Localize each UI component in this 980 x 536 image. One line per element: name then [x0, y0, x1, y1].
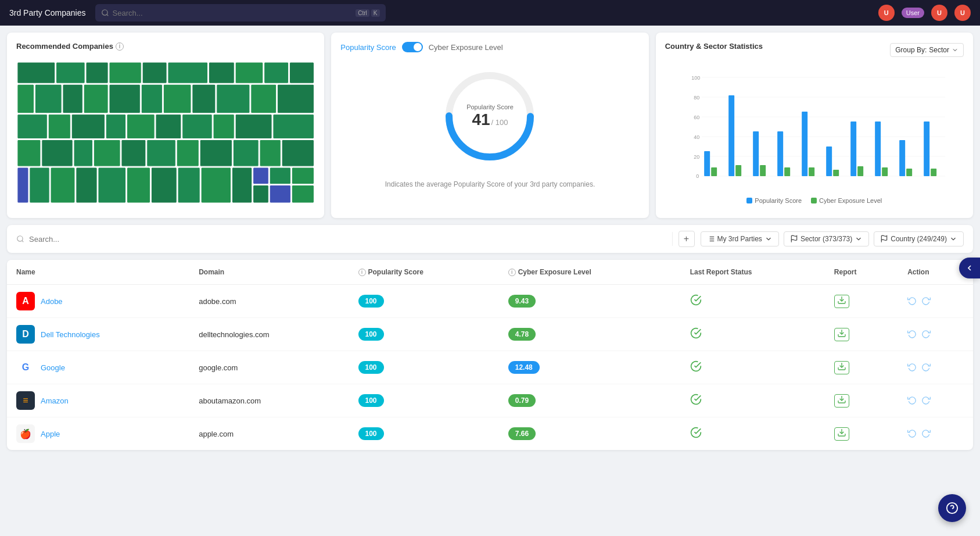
- company-name-3[interactable]: Amazon: [41, 396, 69, 405]
- svg-rect-40: [200, 140, 232, 166]
- my-3rd-parties-label: My 3rd Parties: [717, 235, 762, 243]
- recommended-info-icon[interactable]: i: [116, 42, 124, 51]
- refresh-icon-4[interactable]: [921, 428, 931, 439]
- sector-filter-label: Sector (373/373): [800, 235, 852, 243]
- popularity-score-label: Popularity Score: [340, 43, 396, 52]
- gauge-description: Indicates the average Popularity Score o…: [340, 180, 639, 188]
- svg-rect-38: [147, 140, 176, 166]
- svg-text:Manuf: Manuf: [921, 180, 934, 181]
- svg-rect-37: [121, 140, 146, 166]
- chevron-down-icon-filter1: [764, 235, 773, 243]
- cell-report-0: [825, 285, 898, 318]
- country-filter[interactable]: Country (249/249): [874, 231, 964, 246]
- svg-rect-26: [106, 115, 125, 139]
- expand-panel-button[interactable]: [959, 258, 980, 278]
- refresh-icon-3[interactable]: [921, 395, 931, 406]
- company-name-1[interactable]: Dell Technologies: [41, 330, 100, 339]
- company-name-4[interactable]: Apple: [41, 430, 60, 438]
- svg-rect-14: [63, 84, 82, 113]
- svg-rect-25: [71, 115, 105, 139]
- svg-rect-6: [142, 62, 167, 83]
- svg-rect-74: [704, 151, 710, 176]
- refresh-icon-0[interactable]: [921, 296, 931, 307]
- popularity-badge-0: 100: [358, 295, 384, 308]
- cell-status-1: [681, 318, 825, 351]
- gauge-total: / 100: [491, 118, 508, 127]
- user-avatar-gray[interactable]: U: [878, 5, 895, 21]
- download-icon-3[interactable]: [834, 394, 849, 408]
- sector-filter[interactable]: Sector (373/373): [784, 231, 869, 246]
- svg-text:Compu: Compu: [749, 180, 764, 181]
- svg-rect-20: [217, 84, 250, 113]
- cell-report-1: [825, 318, 898, 351]
- flag-icon-country: [880, 235, 888, 243]
- cell-popularity-4: 100: [349, 417, 499, 451]
- table-search-input[interactable]: [29, 235, 666, 244]
- cell-cyber-1: 4.78: [499, 318, 681, 351]
- cell-report-2: [825, 351, 898, 384]
- svg-rect-89: [826, 146, 832, 176]
- download-icon-2[interactable]: [834, 361, 849, 374]
- svg-rect-57: [253, 185, 269, 203]
- svg-rect-35: [74, 140, 92, 166]
- svg-point-0: [102, 10, 107, 15]
- history-icon-0[interactable]: [907, 296, 917, 307]
- status-check-icon-1: [690, 330, 702, 341]
- cell-popularity-2: 100: [349, 351, 499, 384]
- svg-line-1: [106, 15, 108, 16]
- history-icon-4[interactable]: [907, 428, 917, 439]
- company-name-2[interactable]: Google: [41, 363, 65, 372]
- history-icon-2[interactable]: [907, 362, 917, 373]
- svg-rect-28: [156, 115, 181, 139]
- svg-text:Custo: Custo: [799, 180, 811, 181]
- refresh-icon-2[interactable]: [921, 362, 931, 373]
- svg-text:Comme: Comme: [724, 180, 741, 181]
- svg-rect-95: [875, 122, 881, 176]
- svg-rect-22: [278, 84, 314, 113]
- bar-chart-legend: Popularity Score Cyber Exposure Level: [665, 197, 964, 204]
- add-button[interactable]: +: [679, 231, 695, 247]
- svg-rect-50: [151, 167, 177, 203]
- popularity-toggle[interactable]: [402, 42, 423, 52]
- cyber-badge-4: 7.66: [508, 427, 536, 440]
- history-icon-1[interactable]: [907, 329, 917, 340]
- company-logo-amazon: ≡: [16, 391, 35, 410]
- group-by-value: Sector: [929, 46, 949, 54]
- main-content: Recommended Companies i: [0, 26, 980, 457]
- user-avatar-red[interactable]: U: [931, 5, 947, 21]
- svg-text:0: 0: [696, 173, 699, 179]
- svg-rect-17: [141, 84, 162, 113]
- svg-rect-15: [84, 84, 108, 113]
- svg-rect-11: [290, 62, 314, 83]
- svg-line-105: [22, 241, 24, 242]
- refresh-icon-1[interactable]: [921, 329, 931, 340]
- cyber-info-icon[interactable]: i: [508, 269, 516, 276]
- companies-table: Name Domain i Popularity Score i Cyber E…: [7, 260, 973, 450]
- global-search-input[interactable]: [113, 9, 353, 17]
- history-icon-3[interactable]: [907, 395, 917, 406]
- group-by-select[interactable]: Group By: Sector: [890, 43, 964, 57]
- popularity-info-icon[interactable]: i: [358, 269, 366, 276]
- download-icon-4[interactable]: [834, 427, 849, 441]
- company-name-0[interactable]: Adobe: [41, 297, 63, 306]
- svg-rect-53: [232, 167, 252, 203]
- cyber-badge-3: 0.79: [508, 394, 536, 407]
- cell-domain-3: aboutamazon.com: [189, 384, 349, 417]
- popularity-score-card: Popularity Score Cyber Exposure Level Po…: [331, 33, 648, 218]
- svg-rect-59: [292, 185, 314, 203]
- user-badge-purple[interactable]: User: [902, 8, 924, 18]
- popularity-badge-4: 100: [358, 427, 384, 440]
- my-3rd-parties-filter[interactable]: My 3rd Parties: [701, 231, 779, 246]
- svg-rect-78: [735, 165, 741, 176]
- cell-domain-4: apple.com: [189, 417, 349, 451]
- download-icon-0[interactable]: [834, 295, 849, 308]
- company-logo-dell: D: [16, 325, 35, 344]
- cell-action-1: [898, 318, 973, 351]
- svg-rect-30: [213, 115, 234, 139]
- keyboard-shortcut: Ctrl K: [356, 9, 379, 17]
- col-header-name: Name: [7, 260, 189, 285]
- user-avatar-2[interactable]: U: [954, 5, 971, 21]
- download-icon-1[interactable]: [834, 328, 849, 341]
- cell-domain-2: google.com: [189, 351, 349, 384]
- global-search-bar[interactable]: Ctrl K: [95, 4, 386, 22]
